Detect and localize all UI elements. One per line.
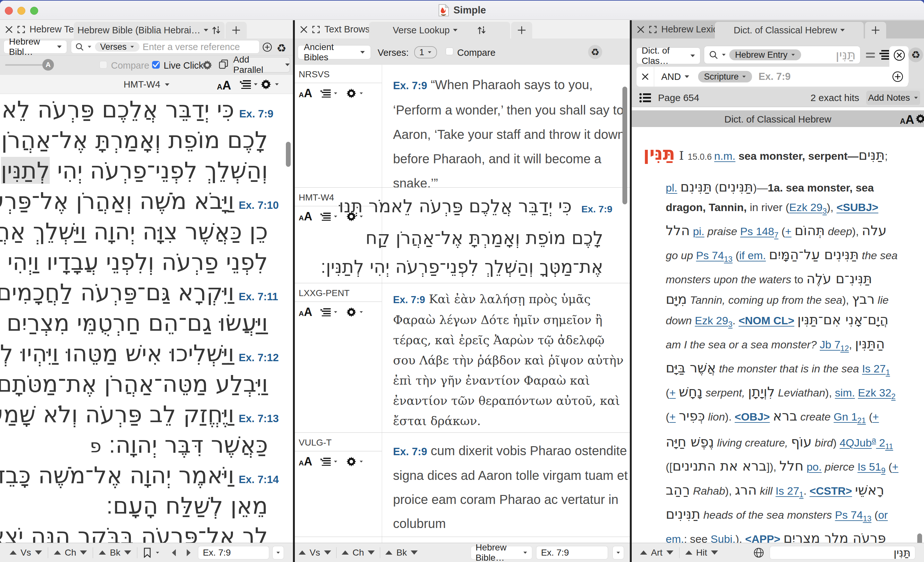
text-module-select[interactable]: Hebrew Bibl…: [4, 40, 67, 53]
article-down-icon[interactable]: [666, 550, 674, 555]
live-click-checkbox[interactable]: [152, 61, 160, 69]
search-options-caret-icon[interactable]: [722, 54, 725, 56]
verse-down-icon[interactable]: [35, 550, 42, 555]
dict-verse-subscript[interactable]: 1: [799, 490, 803, 499]
sort-icon[interactable]: [477, 25, 486, 35]
settings-gear-icon[interactable]: [346, 307, 357, 317]
live-click-settings-gear-icon[interactable]: [202, 60, 212, 70]
reference-dropdown-button[interactable]: [273, 546, 284, 559]
globe-icon[interactable]: [753, 547, 764, 558]
font-size-icon[interactable]: AA: [217, 79, 231, 92]
book-down-icon[interactable]: [411, 550, 418, 555]
dict-link[interactable]: or: [878, 509, 888, 521]
dict-verse-subscript[interactable]: 12: [840, 344, 849, 352]
dict-tag-link[interactable]: <OBJ>: [735, 411, 770, 423]
dict-verse-subscript[interactable]: 7: [774, 231, 778, 239]
expand-zone-icon[interactable]: [649, 25, 657, 33]
text-display-caret-icon[interactable]: [334, 92, 337, 94]
article-up-icon[interactable]: [640, 550, 647, 555]
verse-reference[interactable]: Ex. 7:14: [239, 464, 273, 495]
verse-reference[interactable]: Ex. 7:11: [239, 281, 273, 312]
dict-link[interactable]: Ps 74: [696, 249, 724, 261]
tab-caret-icon[interactable]: [453, 29, 458, 31]
dict-superscript[interactable]: a: [872, 436, 876, 444]
search-options-caret-icon[interactable]: [88, 46, 91, 48]
dict-link[interactable]: +: [873, 411, 879, 423]
dict-tag-link[interactable]: <NOM CL>: [738, 314, 794, 327]
module-settings-caret-icon[interactable]: [275, 83, 279, 85]
close-zone-icon[interactable]: [300, 25, 308, 33]
text-align-icon[interactable]: [879, 50, 889, 60]
lexicon-go-field[interactable]: תַּנִּין: [770, 546, 915, 559]
dict-link[interactable]: 2: [876, 436, 885, 449]
entry-list-icon[interactable]: [639, 93, 651, 103]
dict-verse-subscript[interactable]: 3: [823, 207, 827, 215]
verse-reference[interactable]: Ex. 7:12: [239, 342, 273, 373]
dict-link[interactable]: Is 27: [776, 485, 799, 497]
dict-link[interactable]: +: [669, 411, 676, 423]
verse-reference[interactable]: Ex. 7:9: [581, 195, 608, 223]
settings-gear-icon[interactable]: [346, 88, 357, 99]
hit-up-icon[interactable]: [685, 550, 692, 555]
text-display-caret-icon[interactable]: [334, 461, 337, 463]
verse-count-select[interactable]: 1: [414, 46, 437, 58]
chapter-stepper[interactable]: Ch: [342, 547, 375, 558]
verse-reference[interactable]: Ex. 7:9: [393, 79, 427, 91]
add-parallel-button[interactable]: Add Parallel: [233, 57, 290, 72]
verse-up-icon[interactable]: [299, 550, 306, 555]
verse-down-icon[interactable]: [324, 550, 331, 555]
hit-stepper[interactable]: Hit: [685, 547, 718, 558]
font-size-icon[interactable]: AA: [299, 87, 312, 100]
text-display-caret-icon[interactable]: [334, 216, 337, 217]
settings-caret-icon[interactable]: [360, 461, 363, 463]
tab-dict-classical-hebrew[interactable]: Dict. of Classical Hebrew: [715, 22, 864, 39]
search-scope-pill[interactable]: Verses: [95, 42, 140, 52]
dict-link[interactable]: Ezk 32: [858, 387, 891, 399]
text-size-slider-knob[interactable]: A: [42, 59, 54, 70]
clear-search-icon[interactable]: [893, 49, 905, 61]
text-display-icon[interactable]: [321, 457, 331, 466]
reference-dropdown-button[interactable]: [613, 546, 624, 559]
verse-stepper[interactable]: Vs: [10, 547, 42, 558]
dict-link[interactable]: Ezk 29: [695, 314, 728, 327]
lexicon-module-select[interactable]: Dict. of Clas…: [636, 48, 700, 64]
tab-hebrew-bible[interactable]: Hebrew Bible (Biblia Hebrai…: [74, 22, 225, 39]
close-zone-icon[interactable]: [5, 25, 13, 33]
tab-caret-icon[interactable]: [840, 29, 845, 31]
duplicate-pane-icon[interactable]: [219, 59, 228, 70]
verse-reference[interactable]: Ex. 7:13: [239, 403, 273, 434]
dict-link[interactable]: Ps 74: [835, 509, 863, 521]
dict-tag-link[interactable]: <APP>: [745, 533, 781, 543]
module-caret-icon[interactable]: [165, 83, 170, 86]
text-display-caret-icon[interactable]: [334, 311, 337, 313]
add-criteria-icon[interactable]: [892, 71, 903, 82]
dict-verse-subscript[interactable]: 2: [891, 392, 896, 401]
dict-verse-subscript[interactable]: 1: [886, 368, 890, 376]
text-display-icon[interactable]: [321, 89, 331, 97]
middle-scrollbar-thumb[interactable]: [622, 87, 627, 204]
left-scrollbar-thumb[interactable]: [286, 142, 291, 167]
text-display-icon[interactable]: [240, 80, 251, 89]
dict-verse-subscript[interactable]: 13: [724, 255, 733, 263]
settings-gear-icon[interactable]: [346, 457, 357, 467]
chapter-stepper[interactable]: Ch: [54, 547, 87, 558]
search-hit-highlight[interactable]: לְתַנִּין: [1, 157, 50, 184]
tab-caret-icon[interactable]: [204, 29, 208, 31]
criteria-tag-pill[interactable]: Scripture: [698, 71, 752, 82]
right-scrollbar-thumb[interactable]: [917, 534, 922, 543]
close-zone-icon[interactable]: [637, 25, 645, 33]
dict-link[interactable]: +: [785, 225, 792, 237]
dict-verse-subscript[interactable]: 21: [857, 416, 866, 425]
lexicon-search-field[interactable]: Hebrew Entry תַּנִּין: [704, 46, 860, 63]
dict-tag-link[interactable]: <CSTR>: [810, 485, 852, 497]
dict-link[interactable]: n.m.: [714, 150, 735, 162]
text-size-slider-track[interactable]: [5, 64, 48, 66]
text-display-icon[interactable]: [321, 212, 331, 221]
bookmark-caret-icon[interactable]: [156, 552, 159, 554]
criteria-operator[interactable]: AND: [661, 72, 681, 82]
dict-link[interactable]: Ezk 29: [789, 201, 823, 213]
recycle-icon[interactable]: ♻︎: [276, 42, 286, 54]
dict-link[interactable]: if em.: [739, 249, 766, 261]
article-stepper[interactable]: Art: [640, 547, 674, 558]
dict-verse-subscript[interactable]: 9: [881, 466, 885, 475]
